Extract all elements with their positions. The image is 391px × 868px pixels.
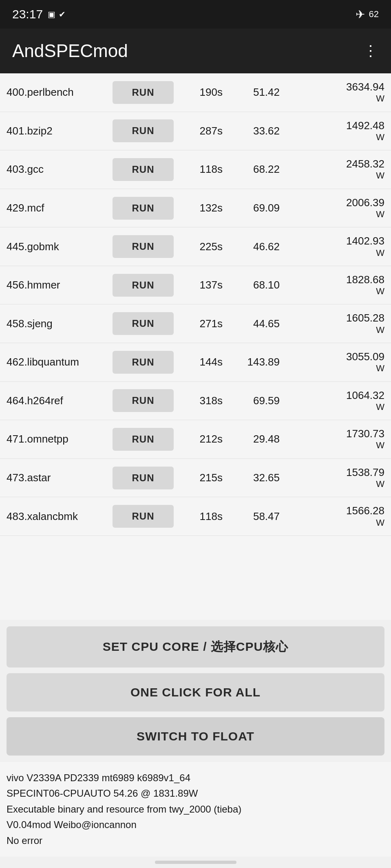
benchmark-time: 118s — [174, 163, 227, 176]
benchmark-name: 483.xalancbmk — [7, 510, 113, 523]
benchmark-time: 137s — [174, 279, 227, 291]
benchmark-time: 215s — [174, 471, 227, 484]
footer-line-2: SPECINT06-CPUAUTO 54.26 @ 1831.89W — [7, 786, 384, 801]
benchmark-time: 271s — [174, 317, 227, 330]
run-button-401.bzip2[interactable]: RUN — [113, 119, 174, 142]
action-buttons: SET CPU CORE / 选择CPU核心 ONE CLICK FOR ALL… — [0, 620, 391, 762]
benchmark-time: 118s — [174, 510, 227, 523]
table-row: 471.omnetppRUN212s29.481730.73W — [0, 420, 391, 459]
benchmark-score: 46.62 — [227, 240, 284, 253]
benchmark-name: 429.mcf — [7, 202, 113, 214]
benchmark-power: 1538.79W — [284, 466, 384, 490]
benchmark-score: 143.89 — [227, 356, 284, 368]
table-row: 429.mcfRUN132s69.092006.39W — [0, 189, 391, 228]
more-options-icon[interactable]: ⋮ — [363, 42, 379, 59]
benchmark-name: 456.hmmer — [7, 279, 113, 291]
one-click-for-all-button[interactable]: ONE CLICK FOR ALL — [7, 673, 384, 712]
footer-line-3: Executable binary and resource from twy_… — [7, 802, 384, 817]
benchmark-score: 29.48 — [227, 433, 284, 445]
benchmark-name: 400.perlbench — [7, 86, 113, 99]
airplane-icon: ✈ — [356, 8, 365, 21]
benchmark-time: 190s — [174, 86, 227, 99]
status-left: 23:17 ▣ ✔ — [12, 7, 66, 21]
benchmark-score: 51.42 — [227, 86, 284, 99]
benchmark-time: 287s — [174, 125, 227, 137]
benchmark-time: 144s — [174, 356, 227, 368]
switch-to-float-button[interactable]: SWITCH TO FLOAT — [7, 717, 384, 756]
table-row: 464.h264refRUN318s69.591064.32W — [0, 382, 391, 421]
status-icons: ▣ ✔ — [48, 9, 66, 19]
benchmark-score: 68.22 — [227, 163, 284, 176]
app-bar: AndSPECmod ⋮ — [0, 29, 391, 73]
benchmark-list: 400.perlbenchRUN190s51.423634.94W401.bzi… — [0, 73, 391, 620]
benchmark-power: 3634.94W — [284, 81, 384, 104]
table-row: 456.hmmerRUN137s68.101828.68W — [0, 266, 391, 305]
benchmark-power: 1402.93W — [284, 235, 384, 258]
benchmark-power: 1605.28W — [284, 312, 384, 335]
benchmark-score: 69.59 — [227, 394, 284, 407]
benchmark-name: 471.omnetpp — [7, 433, 113, 445]
run-button-445.gobmk[interactable]: RUN — [113, 235, 174, 258]
benchmark-name: 401.bzip2 — [7, 125, 113, 137]
benchmark-name: 462.libquantum — [7, 356, 113, 368]
benchmark-score: 69.09 — [227, 202, 284, 214]
scroll-indicator — [155, 861, 236, 864]
benchmark-power: 1828.68W — [284, 273, 384, 297]
table-row: 445.gobmkRUN225s46.621402.93W — [0, 227, 391, 266]
benchmark-time: 318s — [174, 394, 227, 407]
benchmark-score: 44.65 — [227, 317, 284, 330]
run-button-429.mcf[interactable]: RUN — [113, 197, 174, 220]
benchmark-power: 1730.73W — [284, 427, 384, 451]
benchmark-score: 68.10 — [227, 279, 284, 291]
table-row: 401.bzip2RUN287s33.621492.48W — [0, 112, 391, 151]
run-button-400.perlbench[interactable]: RUN — [113, 81, 174, 104]
benchmark-name: 458.sjeng — [7, 317, 113, 330]
table-row: 462.libquantumRUN144s143.893055.09W — [0, 343, 391, 382]
benchmark-time: 212s — [174, 433, 227, 445]
set-cpu-core-button[interactable]: SET CPU CORE / 选择CPU核心 — [7, 626, 384, 668]
status-time: 23:17 — [12, 7, 43, 21]
benchmark-power: 1064.32W — [284, 389, 384, 413]
run-button-473.astar[interactable]: RUN — [113, 467, 174, 489]
benchmark-name: 403.gcc — [7, 163, 113, 176]
run-button-456.hmmer[interactable]: RUN — [113, 274, 174, 297]
benchmark-score: 33.62 — [227, 125, 284, 137]
run-button-462.libquantum[interactable]: RUN — [113, 351, 174, 374]
benchmark-name: 473.astar — [7, 471, 113, 484]
status-bar: 23:17 ▣ ✔ ✈ 62 — [0, 0, 391, 29]
run-button-483.xalancbmk[interactable]: RUN — [113, 505, 174, 528]
benchmark-power: 2006.39W — [284, 196, 384, 220]
benchmark-time: 132s — [174, 202, 227, 214]
battery-percent: 62 — [369, 9, 379, 20]
run-button-458.sjeng[interactable]: RUN — [113, 312, 174, 335]
table-row: 473.astarRUN215s32.651538.79W — [0, 459, 391, 498]
footer-line-1: vivo V2339A PD2339 mt6989 k6989v1_64 — [7, 770, 384, 786]
table-row: 483.xalancbmkRUN118s58.471566.28W — [0, 497, 391, 536]
check-icon: ✔ — [59, 9, 66, 19]
benchmark-score: 58.47 — [227, 510, 284, 523]
footer-line-4: V0.04mod Weibo@ioncannon — [7, 817, 384, 833]
benchmark-power: 2458.32W — [284, 158, 384, 181]
benchmark-time: 225s — [174, 240, 227, 253]
run-button-464.h264ref[interactable]: RUN — [113, 389, 174, 412]
media-icon: ▣ — [48, 9, 55, 19]
run-button-471.omnetpp[interactable]: RUN — [113, 428, 174, 451]
footer-info: vivo V2339A PD2339 mt6989 k6989v1_64 SPE… — [0, 762, 391, 857]
benchmark-power: 1566.28W — [284, 504, 384, 528]
table-row: 403.gccRUN118s68.222458.32W — [0, 150, 391, 189]
table-row: 458.sjengRUN271s44.651605.28W — [0, 304, 391, 343]
status-right: ✈ 62 — [356, 8, 379, 21]
app-title: AndSPECmod — [12, 41, 128, 61]
benchmark-name: 464.h264ref — [7, 394, 113, 407]
benchmark-name: 445.gobmk — [7, 240, 113, 253]
table-row: 400.perlbenchRUN190s51.423634.94W — [0, 73, 391, 112]
benchmark-power: 1492.48W — [284, 119, 384, 143]
benchmark-score: 32.65 — [227, 471, 284, 484]
benchmark-power: 3055.09W — [284, 350, 384, 374]
run-button-403.gcc[interactable]: RUN — [113, 158, 174, 181]
footer-line-5: No error — [7, 833, 384, 848]
